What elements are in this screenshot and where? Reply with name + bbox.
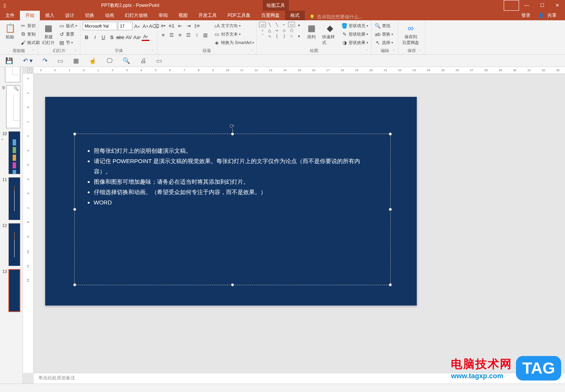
login-button[interactable]: 登录 — [519, 11, 533, 20]
columns-icon[interactable]: ▥ — [201, 31, 209, 39]
redo-icon[interactable]: ↷ — [43, 57, 47, 64]
font-name-input[interactable] — [83, 22, 117, 30]
tab-developer[interactable]: 开发工具 — [193, 11, 222, 20]
align-text-button[interactable]: ▭对齐文本▾ — [213, 30, 255, 38]
copy-button[interactable]: ⧉复制 — [19, 30, 41, 38]
thumb-8[interactable] — [0, 67, 23, 84]
shadow-button[interactable]: S — [108, 33, 116, 41]
thumb-9[interactable]: 9 🔍 — [0, 84, 23, 130]
quick-styles-button[interactable]: ◆快速样式 — [321, 22, 339, 46]
find-button[interactable]: 🔍查找 — [374, 22, 394, 29]
tab-baidu[interactable]: 百度网盘 — [256, 11, 285, 20]
clear-format-icon[interactable]: A⌫ — [150, 22, 158, 30]
magnify-icon[interactable]: 🔍 — [13, 86, 19, 91]
font-color-button[interactable]: A▾ — [142, 33, 149, 41]
select-button[interactable]: ↖选择▾ — [374, 39, 394, 46]
tab-file[interactable]: 文件 — [0, 11, 20, 20]
close-icon[interactable]: ✕ — [550, 0, 565, 11]
bullet-item[interactable]: 请记住 POWERPOINT 是演示文稿的视觉效果。每张幻灯片上的文字仅作为论点… — [94, 156, 375, 176]
tab-insert[interactable]: 插入 — [40, 11, 60, 20]
increase-font-icon[interactable]: A▲ — [133, 22, 141, 30]
qat-zoom-icon[interactable]: 🔍 — [123, 57, 130, 64]
bullet-item[interactable]: 仔细选择切换和动画。（希望受众如何专注于内容，而不是效果。） — [94, 187, 375, 197]
ribbon-display-icon[interactable] — [504, 0, 519, 11]
bullet-item[interactable]: 照每张幻灯片上的说明创建演示文稿。 — [94, 145, 375, 156]
smartart-button[interactable]: ◈转换为 SmartArt▾ — [213, 39, 255, 46]
resize-handle[interactable] — [231, 283, 234, 286]
font-size-input[interactable] — [118, 22, 133, 30]
tab-design[interactable]: 设计 — [60, 11, 80, 20]
undo-icon[interactable]: ↶ ▾ — [23, 57, 33, 64]
qat-slideshow-icon[interactable]: ▭ — [57, 57, 63, 64]
save-baidu-button[interactable]: ∞ 保存到 百度网盘 — [401, 22, 421, 46]
tab-home[interactable]: 开始 — [20, 11, 40, 20]
current-slide[interactable]: ⟳ 照每张幻灯片上的说明创建演示文稿。请记住 POWERPOINT 是演示文稿的… — [45, 97, 417, 305]
tab-slideshow[interactable]: 幻灯片放映 — [120, 11, 153, 20]
numbering-icon[interactable]: ≡1 — [168, 22, 175, 29]
indent-inc-icon[interactable]: ⇥ — [185, 22, 192, 29]
tab-view[interactable]: 视图 — [173, 11, 193, 20]
qat-touch-icon[interactable]: ☝ — [89, 57, 97, 64]
resize-handle[interactable] — [389, 283, 392, 286]
bullet-item[interactable]: 图像和图形可增加趣味；请务必在适当时将其添加到幻灯片。 — [94, 176, 375, 187]
text-direction-button[interactable]: ↕A文字方向▾ — [213, 22, 255, 29]
bold-button[interactable]: B — [83, 33, 90, 41]
shape-outline-button[interactable]: ✎形状轮廓▾ — [341, 30, 369, 38]
thumb-11[interactable]: 11 — [0, 176, 23, 222]
qat-table-icon[interactable]: ▦ — [73, 57, 79, 64]
notes-pane[interactable]: 单击此处添加备注 — [34, 373, 565, 384]
distribute-icon[interactable]: ⫶ — [193, 31, 201, 39]
qat-present-icon[interactable]: 🖵 — [106, 57, 113, 64]
bullets-icon[interactable]: ≡• — [159, 22, 167, 29]
thumb-13[interactable]: 13 — [0, 268, 23, 314]
tab-review[interactable]: 审阅 — [153, 11, 173, 20]
bullet-list[interactable]: 照每张幻灯片上的说明创建演示文稿。请记住 POWERPOINT 是演示文稿的视觉… — [75, 134, 390, 207]
vertical-ruler[interactable]: 210123456789101112 — [23, 74, 34, 373]
qat-more-icon[interactable]: ▭ — [156, 57, 162, 64]
tab-pdf[interactable]: PDF工具集 — [222, 11, 256, 20]
thumb-10[interactable]: 10 * — [0, 130, 23, 176]
line-spacing-icon[interactable]: ‡≡ — [193, 22, 201, 29]
resize-handle[interactable] — [231, 132, 234, 136]
shape-effects-button[interactable]: ◑形状效果▾ — [341, 39, 369, 46]
bullet-item[interactable]: WORD — [94, 197, 375, 207]
resize-handle[interactable] — [73, 283, 76, 286]
save-icon[interactable]: 💾 — [5, 57, 13, 64]
resize-handle[interactable] — [73, 132, 76, 136]
content-textbox[interactable]: ⟳ 照每张幻灯片上的说明创建演示文稿。请记住 POWERPOINT 是演示文稿的… — [74, 134, 391, 285]
maximize-icon[interactable]: ☐ — [534, 0, 550, 11]
change-case-button[interactable]: Aa▾ — [133, 33, 141, 41]
tab-animations[interactable]: 动画 — [100, 11, 120, 20]
rotate-handle-icon[interactable]: ⟳ — [229, 122, 236, 129]
horizontal-ruler[interactable]: 3210123456789101112131415161718192021222… — [34, 67, 565, 74]
format-painter-button[interactable]: 🖌格式刷 — [19, 39, 41, 46]
resize-handle[interactable] — [389, 132, 392, 136]
minimize-icon[interactable]: — — [519, 0, 534, 11]
justify-icon[interactable]: ☰ — [185, 31, 192, 39]
new-slide-button[interactable]: ▦ 新建 幻灯片 — [41, 22, 56, 46]
arrange-button[interactable]: ▦排列 — [304, 22, 319, 41]
resize-handle[interactable] — [73, 208, 76, 211]
align-right-icon[interactable]: ≡ — [176, 31, 184, 39]
shape-fill-button[interactable]: 🪣形状填充▾ — [341, 22, 369, 29]
reset-button[interactable]: ↺重置 — [58, 30, 78, 38]
decrease-font-icon[interactable]: A▼ — [142, 22, 149, 30]
thumb-12[interactable]: 12 — [0, 222, 23, 268]
align-left-icon[interactable]: ≡ — [159, 31, 167, 39]
layout-button[interactable]: ▭版式 ▾ — [58, 22, 78, 29]
collapse-ruler-icon[interactable]: ‹ — [28, 68, 32, 73]
align-center-icon[interactable]: ☰ — [168, 31, 175, 39]
char-spacing-button[interactable]: AV — [125, 33, 133, 41]
italic-button[interactable]: I — [91, 33, 99, 41]
indent-dec-icon[interactable]: ⇤ — [176, 22, 184, 29]
underline-button[interactable]: U — [100, 33, 107, 41]
tab-transitions[interactable]: 切换 — [80, 11, 100, 20]
strike-button[interactable]: abc — [116, 33, 124, 41]
paste-button[interactable]: 📋 粘贴 — [2, 22, 18, 41]
shapes-gallery[interactable]: ▭╲╲⌐▭▴ ○△⇨◇⬠ ⌒∿{}☆▾ — [259, 22, 302, 39]
resize-handle[interactable] — [389, 208, 392, 211]
share-button[interactable]: 👤 共享 — [536, 11, 561, 20]
section-button[interactable]: ▤节 ▾ — [58, 39, 78, 46]
tab-format[interactable]: 格式 — [285, 11, 305, 20]
cut-button[interactable]: ✂剪切 — [19, 22, 41, 29]
